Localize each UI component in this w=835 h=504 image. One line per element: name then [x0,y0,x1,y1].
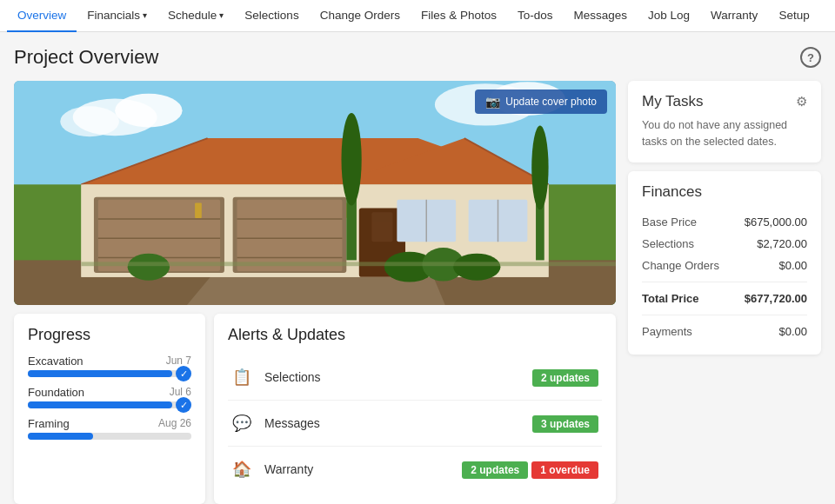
alert-badges-warranty: 2 updates1 overdue [462,462,602,476]
badge-green: 3 updates [532,415,598,433]
badge-green: 2 updates [532,369,598,387]
progress-bar-bg: ✓ [28,401,191,408]
nav-item-schedule[interactable]: Schedule▾ [157,0,234,32]
progress-item-excavation: Excavation Jun 7 ✓ [28,355,191,377]
nav-item-selections[interactable]: Selections [234,0,309,32]
total-price-value: $677,720.00 [745,292,807,305]
progress-date: Aug 26 [158,417,191,430]
finance-row-selections: Selections $2,720.00 [642,233,807,255]
nav-item-to-dos[interactable]: To-dos [507,0,564,32]
progress-bar-bg: ✓ [28,370,191,377]
svg-rect-32 [195,203,202,218]
hero-image: 📷 Update cover photo [14,81,616,305]
nav-item-change-orders[interactable]: Change Orders [310,0,411,32]
progress-label: Excavation [28,355,84,368]
finance-value: $0.00 [778,259,807,272]
nav-item-messages[interactable]: Messages [564,0,638,32]
finance-label: Base Price [642,216,697,229]
alert-item-warranty[interactable]: 🏠Warranty2 updates1 overdue [228,447,602,492]
update-photo-button[interactable]: 📷 Update cover photo [475,90,607,114]
badge-red: 1 overdue [531,461,598,479]
payments-row: Payments $0.00 [642,321,807,342]
nav-item-setup[interactable]: Setup [768,0,819,32]
finance-divider [642,282,807,282]
gear-icon[interactable]: ⚙ [796,94,807,109]
tasks-panel: My Tasks ⚙ You do not have any assigned … [628,81,821,162]
tasks-title: My Tasks [642,93,704,110]
badge-green: 2 updates [462,461,528,479]
svg-point-37 [128,254,170,281]
nav-item-files-photos[interactable]: Files & Photos [411,0,507,32]
progress-item-foundation: Foundation Jul 6 ✓ [28,386,191,408]
alert-badges-selections: 2 updates [532,370,602,384]
alert-label-messages: Messages [264,416,524,430]
alert-label-selections: Selections [264,370,524,384]
finance-value: $675,000.00 [745,216,807,229]
right-column: My Tasks ⚙ You do not have any assigned … [628,81,821,504]
progress-label: Framing [28,417,70,430]
svg-point-41 [531,126,548,210]
nav-item-job-log[interactable]: Job Log [638,0,700,32]
alert-icon-warranty: 🏠 [228,455,256,483]
nav-item-financials[interactable]: Financials▾ [77,0,157,32]
svg-point-3 [60,106,119,136]
progress-date: Jun 7 [166,355,191,368]
svg-point-39 [341,113,361,205]
alerts-panel: Alerts & Updates 📋Selections2 updates💬Me… [214,314,616,504]
chevron-schedule: ▾ [219,10,224,20]
finance-label: Selections [642,237,694,250]
total-price-label: Total Price [642,292,699,305]
nav-item-overview[interactable]: Overview [7,0,77,32]
camera-icon: 📷 [485,95,500,109]
svg-point-2 [115,94,182,128]
progress-item-framing: Framing Aug 26 [28,417,191,440]
finance-row-change-orders: Change Orders $0.00 [642,255,807,276]
tasks-empty-message: You do not have any assigned tasks on th… [642,117,807,150]
finance-value: $2,720.00 [757,237,807,250]
finance-total-row: Total Price $677,720.00 [642,288,807,309]
progress-check-icon: ✓ [176,366,191,381]
svg-rect-22 [237,200,342,271]
left-column: 📷 Update cover photo Progress Excavation… [14,81,616,504]
chevron-financials: ▾ [143,10,147,20]
progress-bar-fill [28,401,172,408]
alert-icon-messages: 💬 [228,409,256,437]
finances-title: Finances [642,183,807,201]
alert-item-selections[interactable]: 📋Selections2 updates [228,355,602,401]
alert-icon-selections: 📋 [228,363,256,391]
progress-panel: Progress Excavation Jun 7 ✓ Foundation J… [14,314,205,504]
alert-badges-messages: 3 updates [532,416,602,430]
finances-panel: Finances Base Price $675,000.00 Selectio… [628,171,821,355]
page-title: Project Overview [14,46,158,69]
finance-label: Change Orders [642,259,719,272]
main-nav: OverviewFinancials▾Schedule▾SelectionsCh… [0,0,835,32]
finance-row-base-price: Base Price $675,000.00 [642,211,807,233]
progress-bar-fill [28,370,172,377]
finance-divider-2 [642,315,807,315]
progress-check-icon: ✓ [176,397,191,413]
progress-bar-fill [28,433,93,440]
payments-value: $0.00 [778,325,807,338]
progress-label: Foundation [28,386,84,399]
progress-title: Progress [28,326,191,344]
help-icon[interactable]: ? [800,47,821,68]
progress-bar-bg [28,433,191,440]
svg-rect-42 [81,262,616,266]
svg-rect-27 [371,212,392,242]
nav-item-warranty[interactable]: Warranty [700,0,768,32]
alerts-title: Alerts & Updates [228,326,602,344]
alert-label-warranty: Warranty [264,462,453,476]
svg-point-36 [453,254,500,281]
payments-label: Payments [642,325,692,338]
alert-item-messages[interactable]: 💬Messages3 updates [228,401,602,447]
